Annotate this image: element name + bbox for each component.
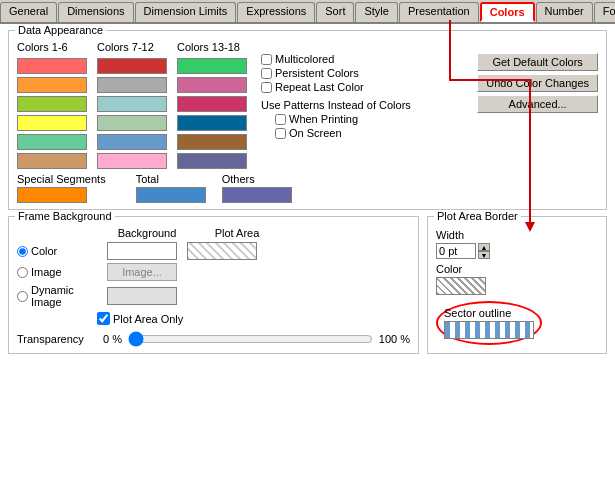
sector-outline-swatch[interactable]	[444, 321, 534, 339]
dynamic-image-input[interactable]	[107, 287, 177, 305]
pab-color-label: Color	[436, 263, 598, 275]
tab-style[interactable]: Style	[355, 2, 397, 22]
width-spin-up[interactable]: ▲	[478, 243, 490, 251]
main-row: Colors 1-6 Colors 7-12	[17, 37, 598, 169]
dynamic-radio-label: Dynamic Image	[31, 284, 97, 308]
color-swatch[interactable]	[177, 134, 247, 150]
total-swatch[interactable]	[136, 187, 206, 203]
others-label: Others	[222, 173, 292, 185]
color-swatch[interactable]	[177, 115, 247, 131]
patterns-label: Use Patterns Instead of Colors	[261, 99, 411, 111]
width-input[interactable]	[436, 243, 476, 259]
options-section: Multicolored Persistent Colors Repeat La…	[261, 53, 411, 139]
dynamic-radio[interactable]	[17, 291, 28, 302]
persistent-colors-label: Persistent Colors	[275, 67, 359, 79]
fb-background-header: Background	[107, 227, 187, 239]
pab-color-swatch[interactable]	[436, 277, 486, 295]
fb-plot-area-header: Plot Area	[197, 227, 277, 239]
when-printing-checkbox[interactable]	[275, 114, 286, 125]
persistent-colors-row: Persistent Colors	[261, 67, 411, 79]
sector-outline-area: Sector outline	[436, 301, 598, 345]
content-area: Data Appearance Colors 1-6	[0, 24, 615, 502]
color-swatch[interactable]	[97, 153, 167, 169]
background-color-swatch[interactable]	[107, 242, 177, 260]
advanced-button[interactable]: Advanced...	[477, 95, 598, 113]
fb-dynamic-row: Dynamic Image	[17, 284, 410, 308]
colors-7-12-column: Colors 7-12	[97, 41, 167, 169]
fb-header-row: Background Plot Area	[17, 227, 410, 239]
others-swatch[interactable]	[222, 187, 292, 203]
color-swatch[interactable]	[17, 153, 87, 169]
transparency-slider[interactable]	[128, 331, 373, 347]
colors-1-6-column: Colors 1-6	[17, 41, 87, 169]
color-swatch[interactable]	[17, 134, 87, 150]
frame-background-section: Frame Background Background Plot Area Co…	[8, 216, 419, 354]
dynamic-radio-row: Dynamic Image	[17, 284, 97, 308]
tab-sort[interactable]: Sort	[316, 2, 354, 22]
repeat-last-color-row: Repeat Last Color	[261, 81, 411, 93]
persistent-colors-checkbox[interactable]	[261, 68, 272, 79]
tab-font[interactable]: Font	[594, 2, 615, 22]
multicolored-checkbox[interactable]	[261, 54, 272, 65]
slider-container	[128, 331, 373, 347]
width-label: Width	[436, 229, 464, 241]
color-radio[interactable]	[17, 246, 28, 257]
tab-dimensions[interactable]: Dimensions	[58, 2, 133, 22]
on-screen-label: On Screen	[289, 127, 342, 139]
color-radio-row: Color	[17, 245, 97, 257]
get-default-colors-button[interactable]: Get Default Colors	[477, 53, 598, 71]
multicolored-label: Multicolored	[275, 53, 334, 65]
image-radio[interactable]	[17, 267, 28, 278]
width-input-row: ▲ ▼	[436, 243, 598, 259]
width-spin-buttons: ▲ ▼	[478, 243, 490, 259]
total-col: Total	[136, 173, 206, 203]
image-button[interactable]: Image...	[107, 263, 177, 281]
total-others-area: Total Others	[136, 173, 292, 203]
plot-area-border-label: Plot Area Border	[434, 210, 521, 222]
color-swatch[interactable]	[17, 96, 87, 112]
color-swatch[interactable]	[177, 77, 247, 93]
total-others-row: Total Others	[136, 173, 292, 203]
image-radio-label: Image	[31, 266, 62, 278]
tab-number[interactable]: Number	[536, 2, 593, 22]
total-label: Total	[136, 173, 206, 185]
repeat-last-color-checkbox[interactable]	[261, 82, 272, 93]
tab-expressions[interactable]: Expressions	[237, 2, 315, 22]
when-printing-label: When Printing	[289, 113, 358, 125]
sector-outline-label: Sector outline	[444, 307, 534, 319]
frame-background-label: Frame Background	[15, 210, 115, 222]
plot-area-only-checkbox[interactable]	[97, 312, 110, 325]
color-swatch[interactable]	[17, 58, 87, 74]
undo-color-changes-button[interactable]: Undo Color Changes	[477, 74, 598, 92]
data-appearance-section: Data Appearance Colors 1-6	[8, 30, 607, 210]
transparency-100-label: 100 %	[379, 333, 410, 345]
color-swatch[interactable]	[17, 77, 87, 93]
buttons-col: Get Default Colors Undo Color Changes Ad…	[477, 53, 598, 113]
tabs-bar: General Dimensions Dimension Limits Expr…	[0, 0, 615, 24]
repeat-last-color-label: Repeat Last Color	[275, 81, 364, 93]
color-swatch[interactable]	[17, 115, 87, 131]
on-screen-checkbox[interactable]	[275, 128, 286, 139]
color-swatch[interactable]	[97, 115, 167, 131]
special-segments-label: Special Segments	[17, 173, 106, 185]
tab-dimension-limits[interactable]: Dimension Limits	[135, 2, 237, 22]
width-spin-down[interactable]: ▼	[478, 251, 490, 259]
color-swatch[interactable]	[177, 58, 247, 74]
color-swatch[interactable]	[177, 153, 247, 169]
plot-area-only-row: Plot Area Only	[97, 312, 410, 325]
tab-colors[interactable]: Colors	[480, 2, 535, 22]
total-others-special-row: Special Segments Total Others	[17, 173, 598, 203]
color-swatch[interactable]	[97, 96, 167, 112]
plot-area-hatched-swatch[interactable]	[187, 242, 257, 260]
multicolored-row: Multicolored	[261, 53, 411, 65]
color-swatch[interactable]	[177, 96, 247, 112]
color-swatch[interactable]	[97, 58, 167, 74]
color-swatch[interactable]	[97, 77, 167, 93]
special-segments-swatch[interactable]	[17, 187, 87, 203]
color-swatch[interactable]	[97, 134, 167, 150]
colors-grid: Colors 1-6 Colors 7-12	[17, 41, 247, 169]
colors-1-6-title: Colors 1-6	[17, 41, 87, 53]
tab-presentation[interactable]: Presentation	[399, 2, 479, 22]
tab-general[interactable]: General	[0, 2, 57, 22]
transparency-label: Transparency	[17, 333, 97, 345]
